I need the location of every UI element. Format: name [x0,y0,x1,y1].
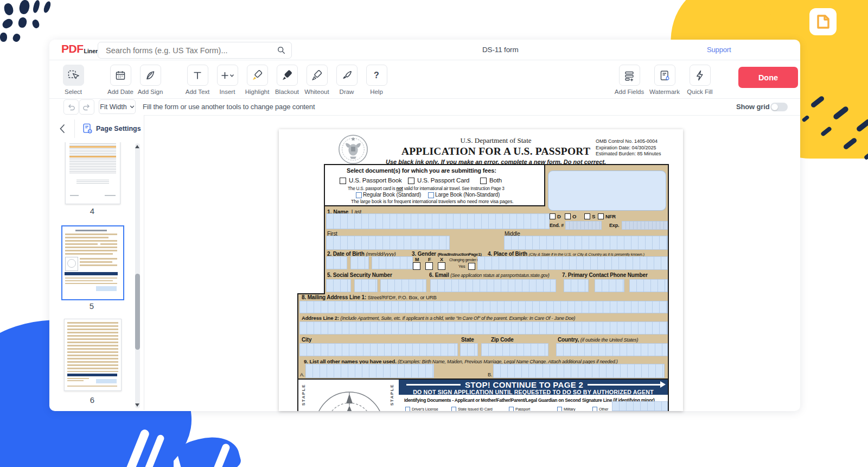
email-field[interactable] [430,279,556,292]
ssn-field-2[interactable] [354,279,378,292]
blackout-brush-icon [280,69,293,82]
phone-field-3[interactable] [629,279,668,292]
city-label: City [302,337,311,343]
undo-button[interactable] [63,99,79,115]
d-checkbox[interactable] [550,213,556,219]
o-checkbox[interactable] [565,213,571,219]
tool-add-fields[interactable]: Add Fields [613,65,646,95]
dob-day-field[interactable] [350,256,369,269]
logo-pdf: PDF [61,43,84,54]
scroll-up-arrow[interactable] [135,145,139,148]
dob-month-field[interactable] [326,256,347,269]
zip-field[interactable] [481,343,548,356]
state-id-checkbox[interactable] [451,407,456,411]
page-settings-label: Page Settings [96,125,141,132]
large-book-checkbox[interactable] [428,192,434,198]
fee-selection-box: Select document(s) for which you are sub… [325,165,545,206]
toolbar-right: Add Fields Watermark Quick Fill [613,65,719,95]
nfr-checkbox[interactable] [598,213,604,219]
page-thumbnail-4[interactable] [65,136,120,204]
sidebar-header: Page Settings [49,115,144,142]
drivers-license-label: Driver's License [412,407,438,411]
select-cursor-icon [67,69,80,82]
search-input[interactable] [105,42,270,58]
gender-m-checkbox[interactable] [413,262,420,270]
back-chevron-icon[interactable] [59,123,66,134]
sidebar-scrollbar[interactable] [135,143,140,408]
zoom-select[interactable]: Fit Width [99,99,136,114]
done-button[interactable]: Done [738,67,798,88]
nfr-label: NFR [605,213,616,219]
phone-field-1[interactable] [564,279,589,292]
question-icon: ? [370,69,383,82]
place-of-birth-field[interactable] [477,256,668,270]
page-thumbnail-5[interactable] [61,225,124,300]
page-settings-button[interactable]: Page Settings [82,123,141,135]
tool-label: Highlight [245,89,270,95]
state-field[interactable] [460,343,478,356]
tool-draw[interactable]: Draw [332,65,361,95]
drivers-license-checkbox[interactable] [405,407,410,411]
tool-watermark[interactable]: Watermark [648,65,681,95]
scrollbar-thumb[interactable] [135,274,140,350]
tool-quick-fill[interactable]: Quick Fill [684,65,716,95]
city-field[interactable] [299,343,458,356]
gender-x-checkbox[interactable] [438,262,445,270]
address-line2-field[interactable] [299,321,668,335]
dob-year-field[interactable] [372,256,413,269]
draw-brush-icon [340,69,353,82]
military-checkbox[interactable] [557,407,562,411]
both-checkbox[interactable] [480,178,487,184]
toolbar: Select Add Date Add Sign Add Text [59,65,392,95]
page-thumbnail-6[interactable] [64,319,122,391]
passport-card-checkbox[interactable] [408,178,414,184]
name-first-field[interactable] [326,236,450,250]
chevron-down-icon [130,105,135,109]
passport-book-checkbox[interactable] [340,178,346,184]
address-line1-field[interactable] [299,301,668,313]
changing-marker-yes-checkbox[interactable] [468,263,475,270]
search-icon[interactable] [277,46,286,55]
phone-field-2[interactable] [595,279,624,292]
identifying-other-field[interactable] [612,401,668,411]
pdfliner-logo[interactable]: PDF Liner [61,43,98,54]
tool-label: Add Text [186,89,210,95]
s9-b-label: B. [488,372,492,377]
exp-label: Exp. [609,223,619,228]
exp-field[interactable] [622,221,668,230]
ssn-field-1[interactable] [326,279,351,292]
watermark-icon [658,69,671,82]
tool-insert[interactable]: Insert [213,65,242,95]
tool-highlight[interactable]: Highlight [242,65,272,95]
tool-select[interactable]: Select [59,65,88,95]
show-grid-toggle[interactable] [770,103,788,111]
country-field[interactable] [556,343,668,356]
other-name-b-field[interactable] [493,364,665,378]
tool-add-text[interactable]: Add Text [183,65,212,95]
tool-blackout[interactable]: Blackout [272,65,302,95]
toggle-knob [771,104,778,110]
tool-help[interactable]: ? Help [362,65,391,95]
name-middle-field[interactable] [504,236,668,250]
passport-id-checkbox[interactable] [509,407,514,411]
tool-add-sign[interactable]: Add Sign [136,65,165,95]
regular-book-checkbox[interactable] [356,192,362,198]
name-last-field[interactable] [326,213,550,229]
other-id-checkbox[interactable] [592,407,597,411]
ssn-field-3[interactable] [380,279,426,292]
military-label: Military [564,407,576,411]
page-number-4: 4 [65,206,119,216]
redo-button[interactable] [79,99,94,115]
pdfliner-badge-icon [814,13,832,30]
support-link[interactable]: Support [707,46,731,54]
photo-fill-field[interactable] [548,171,666,211]
s-checkbox[interactable] [584,213,590,219]
gender-f-checkbox[interactable] [425,262,433,270]
end-number-field[interactable] [565,221,602,230]
tool-label: Add Sign [138,89,163,95]
tool-whiteout[interactable]: Whiteout [302,65,331,95]
other-name-a-field[interactable] [305,364,434,378]
scroll-down-arrow[interactable] [135,403,139,407]
zoom-value: Fit Width [100,103,126,111]
tool-add-date[interactable]: Add Date [106,65,135,95]
